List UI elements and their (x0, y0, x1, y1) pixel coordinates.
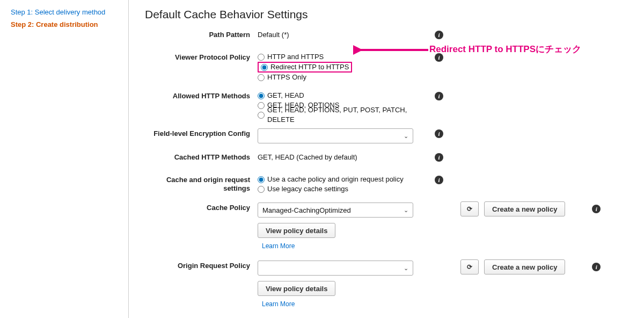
chevron-down-icon: ⌄ (404, 265, 408, 272)
info-icon[interactable]: i (592, 263, 601, 271)
refresh-button[interactable]: ⟳ (460, 259, 479, 274)
step-1-link[interactable]: Step 1: Select delivery method (11, 8, 118, 16)
main-panel: Default Cache Behavior Settings Path Pat… (129, 0, 644, 318)
radio-label: Redirect HTTP to HTTPS (270, 62, 349, 72)
cache-policy-label: Cache Policy (145, 201, 258, 212)
refresh-icon: ⟳ (467, 205, 472, 213)
radio-label: GET, HEAD (267, 91, 304, 100)
path-pattern-label: Path Pattern (145, 28, 258, 39)
view-origin-policy-button[interactable]: View policy details (258, 281, 335, 296)
sidebar: Step 1: Select delivery method Step 2: C… (0, 0, 129, 318)
info-icon[interactable]: i (435, 176, 443, 184)
allowed-methods-label: Allowed HTTP Methods (145, 90, 258, 100)
allowed-methods-opt1[interactable]: GET, HEAD (258, 91, 435, 100)
info-icon[interactable]: i (592, 205, 601, 213)
cache-origin-opt2[interactable]: Use legacy cache settings (258, 184, 435, 194)
info-icon[interactable]: i (435, 31, 443, 39)
info-icon[interactable]: i (435, 53, 443, 62)
radio-label: HTTP and HTTPS (267, 52, 324, 62)
viewer-protocol-highlight: Redirect HTTP to HTTPS (258, 62, 352, 73)
info-icon[interactable]: i (435, 92, 443, 100)
refresh-icon: ⟳ (467, 263, 472, 271)
radio-label: Use legacy cache settings (267, 184, 348, 194)
cache-policy-select[interactable]: Managed-CachingOptimized ⌄ (258, 203, 413, 218)
cache-origin-label: Cache and origin requestsettings (145, 174, 258, 193)
viewer-protocol-opt1[interactable]: HTTP and HTTPS (258, 52, 435, 62)
cache-policy-learn-more[interactable]: Learn More (262, 242, 295, 250)
chevron-down-icon: ⌄ (404, 207, 408, 214)
path-pattern-value: Default (*) (258, 30, 435, 39)
allowed-methods-opt3[interactable]: GET, HEAD, OPTIONS, PUT, POST, PATCH, DE… (258, 110, 435, 120)
chevron-down-icon: ⌄ (404, 133, 408, 140)
radio-label: GET, HEAD, OPTIONS, PUT, POST, PATCH, DE… (267, 105, 435, 125)
step-2-link[interactable]: Step 2: Create distribution (11, 20, 118, 28)
info-icon[interactable]: i (435, 153, 443, 162)
info-icon[interactable]: i (435, 129, 443, 138)
cached-methods-value: GET, HEAD (Cached by default) (258, 152, 435, 162)
origin-learn-more[interactable]: Learn More (262, 300, 295, 308)
viewer-protocol-opt3[interactable]: HTTPS Only (258, 73, 435, 82)
radio-label: Use a cache policy and origin request po… (267, 175, 404, 184)
field-encryption-label: Field-level Encryption Config (145, 127, 258, 138)
cached-methods-label: Cached HTTP Methods (145, 151, 258, 162)
page-title: Default Cache Behavior Settings (145, 8, 628, 21)
refresh-button[interactable]: ⟳ (460, 201, 479, 216)
origin-request-label: Origin Request Policy (145, 259, 258, 270)
radio-label: HTTPS Only (267, 73, 306, 82)
create-cache-policy-button[interactable]: Create a new policy (484, 201, 565, 216)
field-encryption-select[interactable]: ⌄ (258, 128, 413, 143)
select-value: Managed-CachingOptimized (262, 206, 351, 214)
create-origin-policy-button[interactable]: Create a new policy (484, 259, 565, 274)
viewer-protocol-label: Viewer Protocol Policy (145, 51, 258, 62)
view-cache-policy-button[interactable]: View policy details (258, 223, 335, 238)
origin-request-select[interactable]: ⌄ (258, 261, 413, 276)
viewer-protocol-opt2[interactable]: Redirect HTTP to HTTPS (261, 62, 349, 72)
cache-origin-opt1[interactable]: Use a cache policy and origin request po… (258, 175, 435, 184)
